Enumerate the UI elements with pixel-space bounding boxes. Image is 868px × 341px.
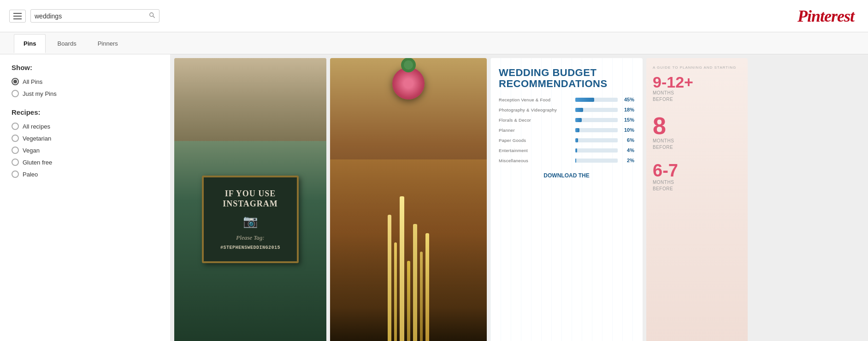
tab-pins[interactable]: Pins: [14, 34, 46, 53]
menu-button[interactable]: [9, 10, 26, 23]
chalkboard-line2: Instagram: [212, 199, 289, 209]
pin-card-guide[interactable]: A Guide To Planning And Starting 9-12+ M…: [646, 58, 748, 341]
radio-just-my-pins[interactable]: Just my Pins: [12, 90, 159, 97]
radio-gluten-free[interactable]: Gluten free: [12, 159, 159, 166]
flower-center: [404, 60, 413, 70]
show-radio-group: All Pins Just my Pins: [12, 78, 159, 97]
radio-all-pins[interactable]: All Pins: [12, 78, 159, 85]
radio-circle-just-my-pins: [12, 90, 19, 97]
search-button[interactable]: [149, 12, 155, 20]
svg-line-1: [153, 16, 155, 18]
search-input[interactable]: [35, 12, 149, 20]
chalkboard-line1: If You Use: [212, 188, 289, 199]
chalkboard-please-tag: Please Tag:: [212, 234, 289, 241]
sidebar: Show: All Pins Just my Pins Recipes: All…: [0, 54, 171, 341]
radio-vegan[interactable]: Vegan: [12, 147, 159, 154]
radio-label-vegan: Vegan: [23, 147, 40, 154]
budget-download: Download The: [499, 172, 634, 179]
radio-paleo[interactable]: Paleo: [12, 170, 159, 178]
radio-label-paleo: Paleo: [23, 171, 38, 178]
chalkboard-sign: If You Use Instagram 📷 Please Tag: #STEP…: [202, 176, 299, 263]
guide-label-0: MonthsBefore: [653, 90, 741, 103]
guide-block-2: 6-7 MonthsBefore: [653, 162, 741, 192]
guide-block-1: 8 MonthsBefore: [653, 114, 741, 151]
svg-point-0: [150, 13, 154, 17]
guide-block-0: 9-12+ MonthsBefore: [653, 74, 741, 103]
menu-line-1: [13, 13, 22, 14]
budget-row-0: Reception Venue & Food 45%: [499, 97, 634, 102]
radio-circle-vegetarian: [12, 135, 19, 142]
budget-row-1: Photography & Videography 18%: [499, 107, 634, 112]
main-content: Show: All Pins Just my Pins Recipes: All…: [0, 54, 868, 341]
menu-line-3: [13, 18, 22, 19]
guide-label-2: MonthsBefore: [653, 179, 741, 192]
radio-circle-vegan: [12, 147, 19, 154]
guide-num-1: 8: [653, 114, 741, 138]
guide-title-small: A Guide To Planning And Starting: [653, 65, 741, 70]
search-icon: [149, 12, 155, 18]
guide-num-0: 9-12+: [653, 74, 741, 90]
radio-vegetarian[interactable]: Vegetarian: [12, 135, 159, 142]
show-label: Show:: [12, 64, 159, 71]
radio-circle-all-recipes: [12, 123, 19, 130]
budget-row-4: Paper Goods 6%: [499, 137, 634, 143]
recipes-label: Recipes:: [12, 108, 159, 116]
budget-row-5: Entertainment 4%: [499, 147, 634, 153]
chalkboard-hashtag: #STEPHENSWEDDING2015: [212, 245, 289, 250]
radio-circle-paleo: [12, 170, 19, 178]
budget-row-3: Planner 10%: [499, 127, 634, 133]
radio-circle-all-pins: [12, 78, 19, 85]
pin-card-candles[interactable]: [330, 58, 487, 341]
pin-card-budget[interactable]: Wedding Budget Recommendations Reception…: [490, 58, 643, 341]
guide-num-2: 6-7: [653, 162, 741, 179]
camera-icon: 📷: [212, 214, 289, 229]
tabs-bar: Pins Boards Pinners: [0, 32, 868, 54]
radio-label-vegetarian: Vegetarian: [23, 135, 51, 142]
radio-label-gluten-free: Gluten free: [23, 159, 52, 166]
candle-sticks: [388, 196, 429, 341]
header: Pinterest: [0, 0, 868, 32]
radio-circle-gluten-free: [12, 159, 19, 166]
pins-grid: If You Use Instagram 📷 Please Tag: #STEP…: [171, 54, 868, 341]
guide-label-1: MonthsBefore: [653, 138, 741, 151]
radio-all-recipes[interactable]: All recipes: [12, 123, 159, 130]
tab-pinners[interactable]: Pinners: [88, 34, 128, 53]
flower-decoration: [392, 67, 425, 100]
budget-title: Wedding Budget Recommendations: [499, 67, 634, 89]
card-top-bg: [174, 58, 326, 141]
pin-card-instagram[interactable]: If You Use Instagram 📷 Please Tag: #STEP…: [174, 58, 326, 341]
budget-row-2: Florals & Decor 15%: [499, 117, 634, 123]
budget-row-6: Miscellaneous 2%: [499, 158, 634, 163]
radio-label-all-recipes: All recipes: [23, 123, 50, 130]
menu-line-2: [13, 16, 22, 17]
recipe-radio-group: All recipes Vegetarian Vegan Gluten free…: [12, 123, 159, 178]
tab-boards[interactable]: Boards: [47, 34, 86, 53]
pinterest-logo: Pinterest: [797, 6, 854, 26]
radio-label-just-my-pins: Just my Pins: [23, 90, 57, 97]
radio-label-all-pins: All Pins: [23, 78, 42, 85]
search-box: [30, 9, 159, 23]
